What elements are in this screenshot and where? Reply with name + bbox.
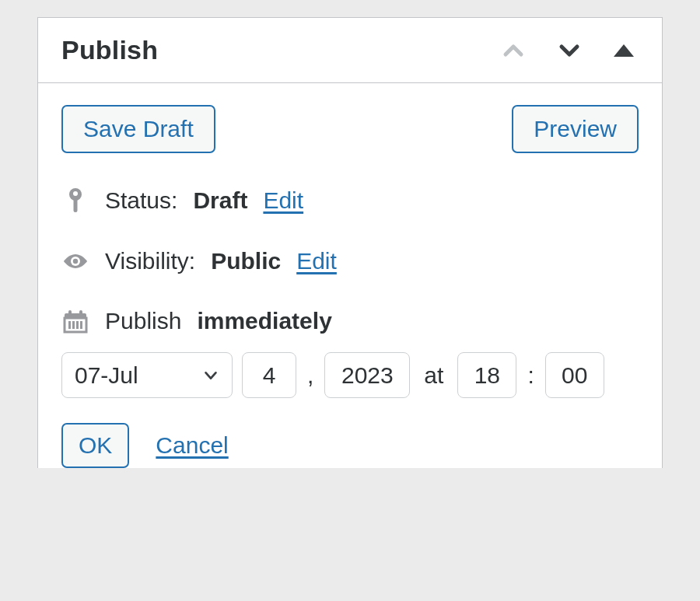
calendar-icon <box>61 309 89 334</box>
panel-title: Publish <box>61 35 158 65</box>
actions-row: Save Draft Preview <box>61 105 639 153</box>
status-value: Draft <box>193 189 247 212</box>
move-down-icon[interactable] <box>558 39 581 62</box>
publish-row: Publish immediately <box>61 309 639 334</box>
month-select-value: 07-Jul <box>75 362 138 388</box>
svg-rect-9 <box>79 310 82 316</box>
month-select[interactable]: 07-Jul <box>61 352 233 398</box>
save-draft-button[interactable]: Save Draft <box>61 105 215 153</box>
schedule-row: 07-Jul , at : <box>61 352 639 398</box>
publish-label: Publish <box>105 309 181 333</box>
svg-rect-10 <box>68 321 71 329</box>
minute-input[interactable] <box>545 352 604 398</box>
status-row: Status: Draft Edit <box>61 187 639 214</box>
svg-point-4 <box>73 259 78 264</box>
svg-rect-8 <box>68 310 72 316</box>
collapse-toggle-icon[interactable] <box>614 44 634 57</box>
comma-separator: , <box>306 362 315 389</box>
panel-body: Save Draft Preview Status: Draft Edit <box>38 83 662 468</box>
visibility-edit-link[interactable]: Edit <box>296 250 337 273</box>
preview-button[interactable]: Preview <box>512 105 639 153</box>
ok-button[interactable]: OK <box>61 423 129 468</box>
publish-panel: Publish Save Draft Preview Sta <box>37 17 663 468</box>
svg-rect-6 <box>65 318 86 332</box>
status-edit-link[interactable]: Edit <box>263 189 303 212</box>
svg-rect-12 <box>76 321 79 329</box>
status-label: Status: <box>105 189 177 212</box>
visibility-label: Visibility: <box>105 250 195 273</box>
svg-point-1 <box>73 191 78 196</box>
panel-header: Publish <box>38 18 662 83</box>
visibility-row: Visibility: Public Edit <box>61 250 639 273</box>
eye-icon <box>61 252 89 271</box>
svg-rect-11 <box>72 321 75 329</box>
visibility-value: Public <box>211 250 281 273</box>
chevron-down-icon <box>202 367 219 384</box>
svg-rect-13 <box>80 321 82 329</box>
cancel-link[interactable]: Cancel <box>156 432 228 459</box>
svg-rect-2 <box>74 198 78 212</box>
panel-header-controls <box>502 39 639 62</box>
hour-input[interactable] <box>457 352 516 398</box>
at-label: at <box>419 362 448 389</box>
key-icon <box>61 187 89 214</box>
colon-separator: : <box>526 362 535 389</box>
year-input[interactable] <box>324 352 410 398</box>
day-input[interactable] <box>242 352 296 398</box>
move-up-icon[interactable] <box>502 39 525 62</box>
confirm-row: OK Cancel <box>61 423 639 468</box>
publish-mode: immediately <box>197 309 331 333</box>
